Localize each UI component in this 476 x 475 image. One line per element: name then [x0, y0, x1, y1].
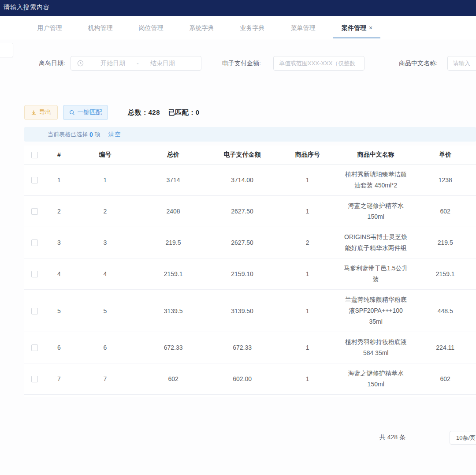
table-row: 5 5 3139.5 3139.50 1 兰蔻菁纯臻颜精华粉底液SPF20PA+… — [24, 290, 476, 332]
cell-unit: 2159.1 — [412, 268, 476, 280]
col-seq: 商品序号 — [275, 149, 339, 161]
amount-filter-label: 电子支付金额: — [222, 60, 261, 67]
cell-index: 7 — [45, 373, 73, 385]
filter-row: 离岛日期: 开始日期 - 结束日期 电子支付金额: 商品中文名称: — [0, 56, 476, 71]
total-label: 总数： — [128, 108, 149, 116]
tab-menu-management[interactable]: 菜单管理 — [278, 24, 328, 32]
pagination-total: 共 428 条 — [379, 434, 405, 441]
select-all-cell — [24, 150, 45, 161]
match-stats: 总数：428 已匹配：0 — [128, 108, 200, 117]
one-click-match-button[interactable]: 一键匹配 — [63, 105, 108, 120]
clear-selection-link[interactable]: 清空 — [108, 131, 122, 138]
cell-name: 海蓝之谜修护精萃水 150ml — [339, 196, 412, 227]
cell-unit: 602 — [412, 373, 476, 385]
pagination-bar: 共 428 条 10条/页 — [0, 430, 476, 445]
tab-bar: 用户管理 机构管理 岗位管理 系统字典 业务字典 菜单管理 案件管理× — [0, 16, 476, 40]
cell-code: 6 — [73, 341, 138, 354]
cell-total: 2408 — [138, 205, 209, 217]
cell-index: 6 — [45, 341, 73, 354]
selection-count: 0 — [88, 131, 95, 138]
cell-seq: 1 — [275, 205, 339, 217]
clock-icon — [77, 60, 84, 67]
row-checkbox[interactable] — [31, 271, 38, 277]
cell-name: 海蓝之谜修护精萃水 150ml — [339, 363, 412, 394]
toolbar: 导出 一键匹配 总数：428 已匹配：0 — [24, 105, 469, 120]
page-size-select[interactable]: 10条/页 — [450, 431, 476, 445]
select-all-checkbox[interactable] — [31, 152, 38, 158]
cell-name: 兰蔻菁纯臻颜精华粉底液SPF20PA+++100 35ml — [339, 290, 412, 332]
row-checkbox[interactable] — [31, 177, 38, 183]
cell-epay: 3139.50 — [209, 305, 276, 317]
date-range-picker[interactable]: 开始日期 - 结束日期 — [71, 56, 201, 71]
cell-seq: 1 — [275, 174, 339, 186]
cell-total: 602 — [138, 373, 209, 385]
cell-seq: 1 — [275, 341, 339, 354]
selection-prefix: 当前表格已选择 — [48, 131, 88, 138]
col-name: 商品中文名称 — [339, 149, 413, 161]
product-name-filter-label: 商品中文名称: — [399, 60, 438, 67]
top-navbar: 请输入搜索内容 — [0, 0, 476, 16]
row-checkbox[interactable] — [31, 239, 38, 246]
cell-total: 672.33 — [138, 341, 209, 354]
matched-value: 0 — [196, 108, 200, 116]
cell-index: 3 — [45, 236, 73, 249]
col-unit: 单价 — [412, 149, 476, 161]
cell-seq: 1 — [275, 268, 339, 280]
col-code: 编号 — [73, 149, 138, 161]
collapsed-side-panel[interactable] — [0, 43, 13, 57]
product-name-input[interactable] — [447, 56, 476, 71]
table-row: 4 4 2159.1 2159.10 1 马爹利蓝带干邑1.5公升装 2159.… — [24, 258, 476, 290]
cell-total: 2159.1 — [138, 268, 209, 280]
tab-system-dict[interactable]: 系统字典 — [176, 24, 227, 32]
cell-code: 2 — [73, 205, 138, 217]
row-checkbox[interactable] — [31, 344, 38, 351]
export-button[interactable]: 导出 — [24, 105, 58, 120]
tab-user-management[interactable]: 用户管理 — [24, 24, 75, 32]
row-checkbox[interactable] — [31, 208, 38, 215]
download-icon — [31, 110, 37, 116]
cell-name: 马爹利蓝带干邑1.5公升装 — [339, 258, 412, 289]
cell-seq: 1 — [275, 305, 339, 317]
cell-epay: 3714.00 — [209, 174, 276, 186]
cell-code: 3 — [73, 236, 138, 249]
amount-input[interactable] — [273, 56, 364, 71]
search-icon — [69, 110, 75, 116]
table-row: 1 1 3714 3714.00 1 植村秀新琥珀臻萃洁颜油套装 450ml*2… — [24, 165, 476, 196]
cell-seq: 1 — [275, 373, 339, 385]
matched-label: 已匹配： — [168, 108, 196, 116]
cell-code: 1 — [73, 174, 138, 186]
cell-epay: 2159.10 — [209, 268, 276, 280]
cell-epay: 2627.50 — [209, 236, 276, 249]
cell-code: 5 — [73, 305, 138, 317]
cell-index: 1 — [45, 174, 73, 186]
col-epay: 电子支付金额 — [209, 149, 276, 161]
row-checkbox[interactable] — [31, 376, 38, 382]
cell-epay: 602.00 — [209, 373, 276, 385]
tab-org-management[interactable]: 机构管理 — [75, 24, 126, 32]
cell-name: 植村秀新琥珀臻萃洁颜油套装 450ml*2 — [339, 165, 412, 195]
cell-total: 3139.5 — [138, 305, 209, 317]
active-tab-indicator — [333, 37, 380, 38]
date-filter-label: 离岛日期: — [39, 60, 65, 67]
cell-index: 5 — [45, 305, 73, 317]
end-date-placeholder[interactable]: 结束日期 — [150, 60, 175, 67]
table-row: 2 2 2408 2627.50 1 海蓝之谜修护精萃水 150ml 602 — [24, 196, 476, 227]
cell-total: 3714 — [138, 174, 209, 186]
tab-post-management[interactable]: 岗位管理 — [126, 24, 176, 32]
export-button-label: 导出 — [39, 108, 52, 116]
table-row: 8 8 1998.88 1998.88 1 卡诗菁纯亮泽经典香氛 499.7 — [24, 395, 476, 397]
row-checkbox[interactable] — [31, 308, 38, 314]
start-date-placeholder[interactable]: 开始日期 — [100, 60, 125, 67]
col-total: 总价 — [138, 149, 209, 161]
tab-business-dict[interactable]: 业务字典 — [227, 24, 278, 32]
cell-unit: 448.5 — [412, 305, 476, 317]
table-header-row: # 编号 总价 电子支付金额 商品序号 商品中文名称 单价 — [24, 146, 476, 165]
col-index: # — [45, 150, 73, 160]
cell-code: 7 — [73, 373, 138, 385]
global-search-input[interactable]: 请输入搜索内容 — [4, 4, 50, 11]
cell-name: 植村秀羽纱持妆粉底液 584 35ml — [339, 332, 412, 363]
cell-epay: 672.33 — [209, 341, 276, 354]
table-row: 7 7 602 602.00 1 海蓝之谜修护精萃水 150ml 602 — [24, 363, 476, 395]
tab-close-icon[interactable]: × — [369, 24, 372, 31]
tab-case-management[interactable]: 案件管理× — [328, 24, 386, 32]
